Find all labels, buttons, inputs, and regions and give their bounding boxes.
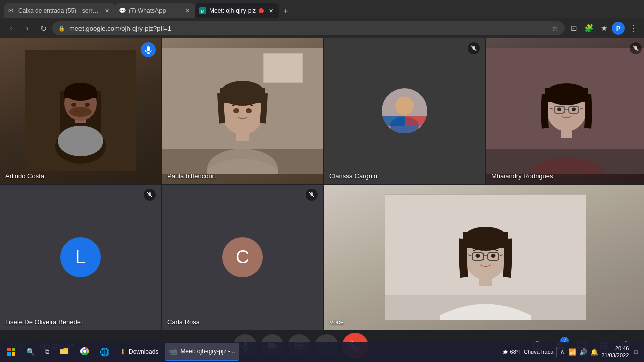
nav-actions: ⊡ 🧩 ★ P ⋮: [567, 21, 640, 35]
lisete-avatar: L: [60, 237, 101, 277]
svg-rect-19: [264, 54, 302, 82]
mic-muted-icon: [471, 45, 477, 51]
back-button[interactable]: ‹: [4, 21, 18, 35]
mute-icon-lisete: [144, 189, 156, 201]
taskbar-meet[interactable]: 📹 Meet: ojh-qjry-pjz -...: [165, 343, 239, 361]
taskbar-task-view[interactable]: ⧉: [41, 343, 53, 361]
taskbar-downloads[interactable]: ⬇ Downloads: [116, 343, 163, 361]
tab-meet-close[interactable]: ✕: [267, 7, 275, 15]
svg-point-26: [233, 108, 239, 113]
tab-bar: ✉ Caixa de entrada (55) - serrafura... ✕…: [0, 0, 644, 18]
recording-dot: [259, 8, 264, 13]
tab-whatsapp[interactable]: 💬 (7) WhatsApp ✕: [115, 3, 195, 18]
chrome-logo-icon: [79, 346, 90, 356]
meet-favicon: M: [199, 7, 206, 14]
task-view-icon: ⧉: [45, 348, 49, 356]
svg-rect-42: [545, 88, 588, 102]
paula-video: [162, 38, 323, 184]
svg-rect-95: [7, 348, 11, 351]
system-tray: 🌧 68°F Chuva fraca ∧ 📶 🔊 🔔 20:46 21/03/2…: [499, 345, 642, 359]
more-options-button[interactable]: ⋮: [626, 21, 640, 35]
network-icon[interactable]: 📶: [568, 348, 576, 356]
edge-icon: 🌐: [100, 347, 110, 357]
mic-muted-icon-3: [147, 192, 153, 198]
whatsapp-favicon: 💬: [119, 7, 126, 14]
video-grid: Arlindo Costa: [0, 38, 644, 330]
svg-rect-53: [149, 192, 151, 196]
clarissa-avatar-svg: [382, 88, 427, 133]
downloads-label: Downloads: [129, 348, 158, 355]
svg-rect-55: [311, 192, 313, 196]
favorite-icon[interactable]: ★: [597, 21, 611, 35]
speaker-icon[interactable]: 🔊: [579, 348, 587, 356]
screenshare-icon[interactable]: ⊡: [567, 21, 581, 35]
svg-point-5: [58, 126, 103, 156]
gmail-favicon: ✉: [8, 7, 15, 14]
name-mhaiandry: Mhaiandry Rodrigues: [491, 172, 553, 180]
extensions-icon[interactable]: 🧩: [582, 21, 596, 35]
downloads-icon: ⬇: [120, 348, 126, 356]
browser-frame: ✉ Caixa de entrada (55) - serrafura... ✕…: [0, 0, 644, 362]
show-desktop-button[interactable]: □: [632, 349, 638, 355]
taskbar-edge[interactable]: 🌐: [96, 343, 114, 361]
tab-gmail-title: Caixa de entrada (55) - serrafura...: [18, 7, 100, 14]
nav-bar: ‹ › ↻ 🔒 meet.google.com/ojh-qjry-pjz?pli…: [0, 18, 644, 38]
tab-gmail-close[interactable]: ✕: [103, 7, 111, 15]
mute-icon-carla: [306, 189, 318, 201]
svg-point-29: [395, 97, 414, 115]
voce-video: [324, 185, 644, 330]
taskbar-search-button[interactable]: 🔍: [22, 343, 39, 361]
svg-rect-58: [385, 194, 586, 195]
svg-point-27: [246, 108, 252, 113]
carla-avatar: C: [222, 237, 263, 277]
lock-icon: 🔒: [58, 25, 65, 32]
carla-video-off: C: [162, 185, 323, 330]
new-tab-button[interactable]: +: [279, 4, 293, 18]
taskbar-clock[interactable]: 20:46 21/03/2022: [601, 345, 629, 359]
taskbar-explorer[interactable]: [55, 343, 73, 361]
svg-rect-51: [635, 46, 637, 50]
search-taskbar-icon: 🔍: [26, 348, 35, 356]
svg-rect-33: [405, 116, 427, 126]
mute-icon-mhaiandry: [630, 42, 642, 54]
show-hidden-tray[interactable]: ∧: [560, 348, 565, 356]
weather-temp: 68°F: [510, 349, 522, 355]
tab-gmail[interactable]: ✉ Caixa de entrada (55) - serrafura... ✕: [4, 3, 115, 18]
svg-point-70: [491, 254, 496, 258]
bookmark-star[interactable]: ☆: [552, 24, 558, 32]
tab-meet[interactable]: M Meet: ojh-qjry-pjz ✕: [195, 3, 279, 18]
svg-point-11: [85, 103, 90, 107]
svg-point-49: [572, 108, 576, 111]
svg-rect-13: [147, 46, 150, 51]
svg-rect-97: [7, 352, 11, 356]
mhaiandry-video: [486, 38, 644, 184]
svg-point-69: [476, 254, 480, 258]
lisete-video-off: L: [0, 185, 161, 330]
svg-rect-96: [12, 348, 15, 351]
mute-icon-clarissa: [468, 42, 480, 54]
taskbar-chrome[interactable]: [75, 343, 94, 361]
profile-button[interactable]: P: [612, 22, 625, 35]
clarissa-avatar-circle: [382, 88, 427, 133]
voce-silhouette: [385, 194, 586, 320]
clock-date: 21/03/2022: [601, 352, 629, 359]
notification-icon[interactable]: 🔔: [590, 348, 598, 356]
arlindo-video: [0, 38, 161, 184]
name-carla: Carla Rosa: [167, 318, 200, 326]
tab-whatsapp-close[interactable]: ✕: [183, 7, 191, 15]
tile-carla: C Carla Rosa: [162, 185, 323, 330]
forward-button[interactable]: ›: [20, 21, 34, 35]
speaking-indicator-arlindo: [141, 42, 156, 57]
clock-time: 20:46: [601, 345, 629, 352]
address-text: meet.google.com/ojh-qjry-pjz?pli=1: [69, 25, 548, 32]
svg-rect-25: [220, 88, 265, 103]
paula-silhouette: [162, 48, 323, 174]
mic-on-icon: [144, 45, 153, 54]
start-button[interactable]: [2, 343, 20, 361]
address-bar[interactable]: 🔒 meet.google.com/ojh-qjry-pjz?pli=1 ☆: [52, 21, 565, 35]
tile-paula: Paula bittencourt: [162, 38, 323, 184]
reload-button[interactable]: ↻: [36, 21, 50, 35]
svg-rect-9: [64, 92, 97, 98]
tile-voce: Você: [324, 185, 644, 330]
svg-text:M: M: [201, 9, 205, 14]
